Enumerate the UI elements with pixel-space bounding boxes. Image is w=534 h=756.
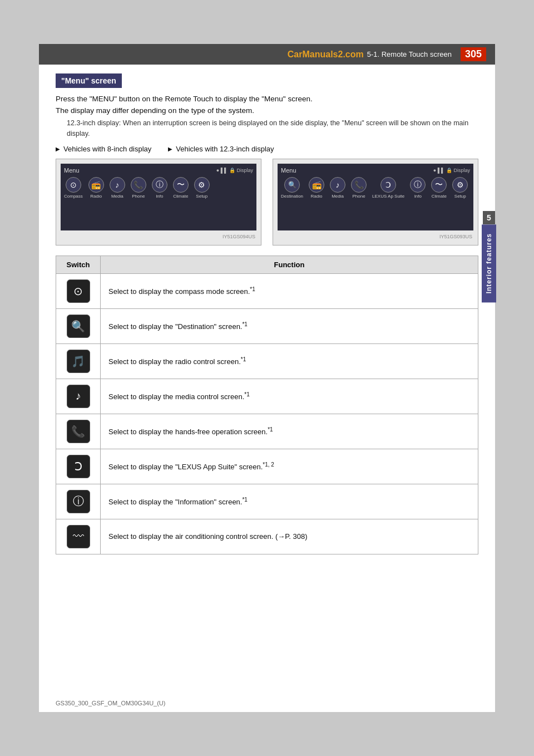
icon-cell-7: 〰 [56,519,101,554]
col-header-switch: Switch [56,256,101,273]
display-labels: Vehicles with 8-inch display Vehicles wi… [56,145,478,153]
function-cell-4: Select to display the hands-free operati… [101,414,478,449]
col-header-function: Function [101,256,478,273]
label-123inch: Vehicles with 12.3-inch display [168,145,274,153]
side-tab-label: Interior features [482,224,496,302]
icon-info: ⓘ Info [152,177,167,199]
side-panel: 5 Interior features [482,211,496,302]
footer-text: GS350_300_GSF_OM_OM30G34U_(U) [56,700,165,706]
switch-icon-2: 🎵 [67,350,90,373]
function-table: Switch Function ⊙Select to display the c… [56,256,478,554]
page: CarManuals2.com 5-1. Remote Touch screen… [39,44,495,712]
switch-icon-5: Ↄ [67,455,90,478]
icon-cell-1: 🔍 [56,308,101,343]
switch-icon-1: 🔍 [67,315,90,338]
switch-icon-4: 📞 [67,420,90,443]
function-cell-3: Select to display the media control scre… [101,379,478,414]
screens-row: Menu ● ▌▌ 🔒 Display ⊙ Compass 📻 Radio [56,159,478,246]
function-cell-2: Select to display the radio control scre… [101,343,478,379]
function-cell-6: Select to display the "Information" scre… [101,484,478,519]
switch-icon-0: ⊙ [67,279,90,303]
menu-icons-123inch: 🔍 Destination 📻 Radio ♪ Media 📞 [281,177,470,199]
chapter-title: 5-1. Remote Touch screen [367,50,452,58]
header-bar: CarManuals2.com 5-1. Remote Touch screen… [39,44,495,65]
icon2-media: ♪ Media [330,177,345,199]
table-row: ⓘSelect to display the "Information" scr… [56,484,478,519]
function-cell-7: Select to display the air conditioning c… [101,519,478,554]
icon2-info: ⓘ Info [410,177,426,199]
chapter-number-badge: 5 [483,211,495,224]
screen-8inch-inner: Menu ● ▌▌ 🔒 Display ⊙ Compass 📻 Radio [61,164,256,230]
icon-setup: ⚙ Setup [194,177,210,199]
icon2-climate: 〜 Climate [431,177,447,199]
icon-media: ♪ Media [110,177,125,199]
table-row: ↃSelect to display the "LEXUS App Suite"… [56,449,478,484]
screen-123inch-inner: Menu ● ▌▌ 🔒 Display 🔍 Destination 📻 Radi… [278,164,473,230]
icon2-phone: 📞 Phone [351,177,367,199]
screen-123inch: Menu ● ▌▌ 🔒 Display 🔍 Destination 📻 Radi… [273,159,478,246]
icon-cell-4: 📞 [56,414,101,449]
note-text: 12.3-inch display: When an interruption … [67,118,478,139]
icon2-destination: 🔍 Destination [281,177,303,199]
switch-icon-7: 〰 [67,525,90,548]
icon-cell-5: Ↄ [56,449,101,484]
icon-cell-6: ⓘ [56,484,101,519]
icon-cell-0: ⊙ [56,273,101,308]
table-row: ⊙Select to display the compass mode scre… [56,273,478,308]
icon-radio: 📻 Radio [88,177,104,199]
intro-text-2: The display may differ depending on the … [56,106,478,115]
function-cell-5: Select to display the "LEXUS App Suite" … [101,449,478,484]
screen-id-2: IY51GS093US [278,233,473,240]
switch-icon-6: ⓘ [67,490,90,513]
site-logo: CarManuals2.com [288,50,364,60]
icon-phone: 📞 Phone [131,177,146,199]
screen-8inch: Menu ● ▌▌ 🔒 Display ⊙ Compass 📻 Radio [56,159,261,246]
icon-cell-2: 🎵 [56,343,101,379]
table-row: ♪Select to display the media control scr… [56,379,478,414]
table-row: 🔍Select to display the "Destination" scr… [56,308,478,343]
icon-compass: ⊙ Compass [64,177,83,199]
icon2-radio: 📻 Radio [309,177,324,199]
table-row: 🎵Select to display the radio control scr… [56,343,478,379]
intro-text-1: Press the "MENU" button on the Remote To… [56,95,478,103]
switch-icon-3: ♪ [67,385,90,408]
section-title: "Menu" screen [56,73,122,88]
table-row: 📞Select to display the hands-free operat… [56,414,478,449]
page-number: 305 [461,47,486,61]
main-content: "Menu" screen Press the "MENU" button on… [39,65,495,571]
table-row: 〰Select to display the air conditioning … [56,519,478,554]
icon2-setup: ⚙ Setup [452,177,468,199]
menu-icons-8inch: ⊙ Compass 📻 Radio ♪ Media 📞 [64,177,253,199]
header-right: CarManuals2.com 5-1. Remote Touch screen… [288,47,486,61]
function-cell-0: Select to display the compass mode scree… [101,273,478,308]
icon2-lexus: Ↄ LEXUS Ap Suite [372,177,404,199]
screen-id-1: IY51GS094US [61,233,256,240]
icon-climate: 〜 Climate [173,177,189,199]
icon-cell-3: ♪ [56,379,101,414]
function-cell-1: Select to display the "Destination" scre… [101,308,478,343]
label-8inch: Vehicles with 8-inch display [56,145,151,153]
